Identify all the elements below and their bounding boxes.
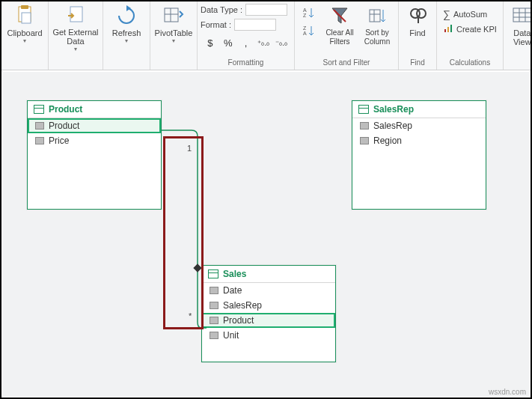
table-salesrep-header[interactable]: SalesRep (352, 101, 486, 118)
chevron-down-icon: ▾ (23, 37, 26, 44)
svg-text:A: A (303, 7, 307, 13)
table-product-title: Product (49, 104, 82, 115)
watermark: wsxdn.com (489, 388, 526, 396)
sales-field-date[interactable]: Date (202, 283, 335, 298)
kpi-icon (443, 23, 453, 35)
field-label: Date (223, 285, 242, 296)
create-kpi-button[interactable]: Create KPI (443, 22, 497, 36)
table-icon (34, 105, 44, 114)
datatype-row: Data Type : (201, 3, 291, 16)
sort-by-column-button[interactable]: Sort by Column (359, 3, 395, 52)
refresh-button[interactable]: Refresh ▾ (106, 3, 147, 52)
formatting-group-label: Formatting (228, 57, 264, 68)
table-salesrep-title: SalesRep (373, 104, 414, 115)
table-product-header[interactable]: Product (28, 101, 161, 118)
svg-rect-12 (370, 10, 380, 22)
svg-rect-20 (450, 25, 452, 32)
clipboard-button[interactable]: Clipboard ▾ (4, 3, 45, 52)
salesrep-field-region[interactable]: Region (352, 133, 486, 148)
sortfilter-group-label: Sort and Filter (323, 57, 370, 68)
table-icon (358, 105, 369, 114)
svg-rect-2 (22, 13, 31, 23)
autosum-button[interactable]: ∑ AutoSum (443, 7, 497, 21)
table-sales-header[interactable]: Sales (202, 266, 335, 283)
diagram-canvas[interactable]: Product Product Price SalesRep SalesRep … (3, 72, 529, 396)
column-icon (210, 287, 218, 294)
currency-button[interactable]: $ (204, 34, 217, 51)
group-clipboard: Clipboard ▾ (1, 1, 49, 70)
svg-rect-4 (165, 8, 178, 22)
pivottable-icon (162, 4, 185, 27)
column-icon (210, 332, 218, 339)
sales-field-salesrep[interactable]: SalesRep (202, 298, 335, 313)
group-find: Find Find (399, 1, 437, 70)
group-dataview: Data View (504, 1, 532, 70)
field-label: Product (223, 315, 254, 326)
sort-desc-button[interactable]: ZA (301, 22, 317, 39)
product-field-price[interactable]: Price (28, 133, 161, 148)
clipboard-label: Clipboard (7, 28, 42, 37)
find-group-label: Find (410, 57, 424, 68)
find-label: Find (409, 28, 425, 37)
svg-rect-1 (21, 5, 28, 9)
clear-filters-button[interactable]: Clear All Filters (322, 3, 358, 52)
format-label: Format : (201, 20, 231, 29)
get-external-data-button[interactable]: Get External Data ▾ (52, 3, 100, 52)
table-product[interactable]: Product Product Price (27, 100, 162, 210)
column-icon (210, 302, 218, 309)
sales-field-product[interactable]: Product (202, 313, 335, 328)
chevron-down-icon: ▾ (172, 37, 175, 44)
format-row: Format : (201, 18, 291, 31)
table-sales-title: Sales (223, 269, 246, 279)
svg-rect-18 (444, 29, 446, 32)
data-view-button[interactable]: Data View (507, 3, 532, 52)
table-salesrep[interactable]: SalesRep SalesRep Region (352, 100, 486, 210)
create-kpi-label: Create KPI (456, 25, 497, 34)
pivottable-button[interactable]: PivotTable ▾ (153, 3, 194, 52)
sigma-icon: ∑ (443, 8, 450, 20)
comma-button[interactable]: , (239, 34, 253, 51)
decrease-decimal-button[interactable]: ⁻₀.₀ (275, 34, 288, 51)
field-label: Unit (223, 330, 239, 341)
field-label: SalesRep (223, 300, 262, 311)
external-data-label: Get External Data (52, 28, 98, 46)
calculations-group-label: Calculations (450, 57, 490, 68)
salesrep-field-salesrep[interactable]: SalesRep (352, 118, 486, 133)
external-data-icon (64, 4, 87, 26)
sort-asc-button[interactable]: AZ (301, 4, 317, 21)
svg-text:Z: Z (303, 13, 307, 18)
svg-rect-19 (447, 27, 449, 32)
pivottable-label: PivotTable (155, 28, 193, 37)
group-external-data: Get External Data ▾ (49, 1, 103, 70)
find-button[interactable]: Find (402, 3, 433, 52)
table-sales[interactable]: Sales Date SalesRep Product Unit (201, 265, 336, 362)
autosum-label: AutoSum (453, 10, 487, 19)
group-pivot: PivotTable ▾ (150, 1, 198, 70)
find-icon (406, 4, 429, 27)
group-sortfilter: AZ ZA Clear All Filters Sort by Column S… (295, 1, 399, 70)
datatype-select[interactable] (245, 4, 287, 16)
sales-field-unit[interactable]: Unit (202, 328, 335, 343)
datatype-label: Data Type : (201, 5, 242, 14)
format-select[interactable] (234, 19, 276, 31)
percent-button[interactable]: % (221, 34, 235, 51)
column-icon (360, 122, 369, 130)
field-label: Product (49, 121, 79, 131)
sort-column-icon (366, 4, 388, 27)
refresh-icon (115, 4, 138, 27)
chevron-down-icon: ▾ (125, 37, 128, 44)
svg-text:Z: Z (303, 25, 307, 31)
column-icon (35, 137, 44, 144)
paste-icon (13, 4, 36, 27)
field-label: SalesRep (373, 121, 412, 131)
clear-filters-label: Clear All Filters (325, 28, 353, 46)
highlight-box (163, 136, 204, 329)
svg-point-16 (417, 9, 426, 18)
chevron-down-icon: ▾ (74, 46, 77, 52)
field-label: Region (373, 135, 402, 146)
product-field-product[interactable]: Product (28, 118, 161, 133)
column-icon (210, 317, 218, 324)
svg-rect-21 (513, 8, 531, 22)
increase-decimal-button[interactable]: ⁺₀.₀ (257, 34, 270, 51)
svg-text:A: A (303, 31, 307, 36)
